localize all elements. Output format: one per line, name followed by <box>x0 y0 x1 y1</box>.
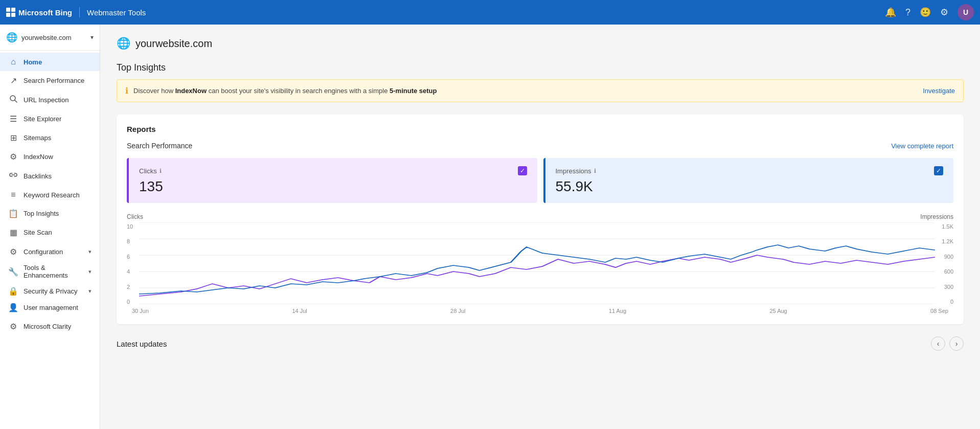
sidebar-item-home-label: Home <box>24 58 42 66</box>
updates-navigation: ‹ › <box>931 336 964 351</box>
configuration-icon: ⚙ <box>8 247 18 257</box>
sidebar-item-home[interactable]: ⌂ Home <box>0 53 100 71</box>
latest-updates-title: Latest updates <box>117 340 167 348</box>
main-content: 🌐 yourwebsite.com Top Insights ℹ Discove… <box>100 25 980 429</box>
check-icon: ✓ <box>520 167 525 174</box>
impressions-legend: Impressions <box>920 213 953 220</box>
sidebar-item-user-management[interactable]: 👤 User management <box>0 298 100 317</box>
sidebar-section-configuration[interactable]: ⚙ Configuration ▾ <box>0 242 100 259</box>
sidebar-item-microsoft-clarity-label: Microsoft Clarity <box>24 323 71 330</box>
reports-title: Reports <box>127 125 156 133</box>
site-selector-label: yourwebsite.com <box>21 34 86 41</box>
sidebar-item-site-scan-label: Site Scan <box>24 229 52 236</box>
impressions-value: 55.9K <box>556 178 944 195</box>
sidebar-item-indexnow[interactable]: ⚙ IndexNow <box>0 147 100 166</box>
sidebar-item-user-management-label: User management <box>24 304 78 311</box>
reports-header: Reports <box>127 125 953 133</box>
sidebar-section-security-label: Security & Privacy <box>24 287 77 295</box>
clicks-label: Clicks ℹ <box>139 167 162 175</box>
impressions-checkbox[interactable]: ✓ <box>934 166 943 175</box>
sidebar-item-search-performance-label: Search Performance <box>24 77 84 84</box>
chart-x-axis: 30 Jun 14 Jul 28 Jul 11 Aug 25 Aug 08 Se… <box>127 308 953 314</box>
tools-icon: 🔧 <box>8 267 18 277</box>
investigate-link[interactable]: Investigate <box>923 87 955 95</box>
home-icon: ⌂ <box>8 57 18 66</box>
security-chevron-icon: ▾ <box>88 288 92 295</box>
security-icon: 🔒 <box>8 286 18 296</box>
impressions-line <box>139 245 935 294</box>
indexnow-icon: ⚙ <box>8 152 18 162</box>
sidebar-item-microsoft-clarity[interactable]: ⚙ Microsoft Clarity <box>0 317 100 336</box>
sidebar-item-url-inspection-label: URL Inspection <box>24 96 69 104</box>
site-globe-icon: 🌐 <box>117 37 130 50</box>
impressions-metric-card: Impressions ℹ ✓ 55.9K <box>543 158 954 203</box>
banner-text: Discover how IndexNow can boost your sit… <box>133 87 918 95</box>
updates-next-button[interactable]: › <box>949 336 964 351</box>
sidebar-section-configuration-label: Configuration <box>24 248 63 256</box>
help-icon[interactable]: ? <box>905 7 910 18</box>
sidebar-item-indexnow-label: IndexNow <box>24 153 53 161</box>
clicks-line <box>139 255 935 296</box>
search-performance-icon: ↗ <box>8 76 18 85</box>
clicks-info-icon[interactable]: ℹ <box>159 168 162 174</box>
sidebar-item-backlinks[interactable]: Backlinks <box>0 166 100 186</box>
search-performance-label: Search Performance <box>127 142 192 150</box>
view-complete-report-link[interactable]: View complete report <box>891 142 953 150</box>
impressions-label: Impressions ℹ <box>556 167 596 175</box>
latest-updates-header: Latest updates ‹ › <box>117 336 964 351</box>
notifications-icon[interactable]: 🔔 <box>885 7 896 18</box>
nav-actions: 🔔 ? 🙂 ⚙ U <box>885 4 974 20</box>
reports-section: Reports Search Performance View complete… <box>117 115 964 324</box>
windows-grid-icon <box>6 8 15 17</box>
app-layout: 🌐 yourwebsite.com ▾ ⌂ Home ↗ Search Perf… <box>0 25 980 429</box>
nav-divider <box>79 7 80 17</box>
sidebar-section-security-privacy[interactable]: 🔒 Security & Privacy ▾ <box>0 281 100 298</box>
tool-name: Webmaster Tools <box>87 8 146 17</box>
sidebar-item-top-insights-label: Top Insights <box>24 210 59 217</box>
page-title: yourwebsite.com <box>135 38 212 50</box>
settings-icon[interactable]: ⚙ <box>940 7 948 18</box>
sidebar-item-sitemaps-label: Sitemaps <box>24 134 51 142</box>
metric-cards: Clicks ℹ ✓ 135 Impressions ℹ <box>127 158 953 203</box>
site-selector[interactable]: 🌐 yourwebsite.com ▾ <box>0 25 100 51</box>
check-icon: ✓ <box>936 167 941 174</box>
performance-chart: Clicks Impressions 10 8 6 4 2 0 <box>127 213 953 314</box>
banner-info-icon: ℹ <box>125 86 128 96</box>
user-management-icon: 👤 <box>8 303 18 312</box>
chart-svg <box>139 222 935 304</box>
globe-icon: 🌐 <box>6 32 17 43</box>
sidebar-item-search-performance[interactable]: ↗ Search Performance <box>0 71 100 90</box>
sidebar-item-backlinks-label: Backlinks <box>24 172 52 180</box>
user-avatar[interactable]: U <box>958 4 974 20</box>
site-header: 🌐 yourwebsite.com <box>117 37 964 50</box>
sidebar-item-top-insights[interactable]: 📋 Top Insights <box>0 204 100 223</box>
chart-y-axis-left: 10 8 6 4 2 0 <box>127 222 133 306</box>
sitemaps-icon: ⊞ <box>8 133 18 143</box>
url-inspection-icon <box>8 95 18 105</box>
sidebar-item-keyword-research[interactable]: ≡ Keyword Research <box>0 186 100 204</box>
impressions-info-icon[interactable]: ℹ <box>594 168 596 174</box>
sidebar-item-keyword-research-label: Keyword Research <box>24 191 80 199</box>
svg-line-1 <box>15 100 17 102</box>
sidebar-item-sitemaps[interactable]: ⊞ Sitemaps <box>0 128 100 147</box>
clicks-legend: Clicks <box>127 213 143 220</box>
microsoft-clarity-icon: ⚙ <box>8 322 18 331</box>
sidebar: 🌐 yourwebsite.com ▾ ⌂ Home ↗ Search Perf… <box>0 25 100 429</box>
sidebar-item-site-scan[interactable]: ▦ Site Scan <box>0 223 100 242</box>
sidebar-item-url-inspection[interactable]: URL Inspection <box>0 90 100 109</box>
chart-svg-wrap <box>139 222 935 306</box>
updates-prev-button[interactable]: ‹ <box>931 336 945 351</box>
app-name: Microsoft Bing <box>18 8 72 17</box>
clicks-checkbox[interactable]: ✓ <box>518 166 527 175</box>
chevron-down-icon: ▾ <box>90 34 94 41</box>
sidebar-item-site-explorer[interactable]: ☰ Site Explorer <box>0 109 100 128</box>
feedback-icon[interactable]: 🙂 <box>920 7 931 18</box>
chart-legend: Clicks Impressions <box>127 213 953 220</box>
chart-body: 10 8 6 4 2 0 <box>127 222 953 306</box>
indexnow-banner: ℹ Discover how IndexNow can boost your s… <box>117 79 964 102</box>
backlinks-icon <box>8 171 18 181</box>
clicks-metric-card: Clicks ℹ ✓ 135 <box>127 158 537 203</box>
app-logo[interactable]: Microsoft Bing <box>6 8 72 17</box>
sidebar-section-tools-enhancements[interactable]: 🔧 Tools & Enhancements ▾ <box>0 259 100 281</box>
clicks-card-header: Clicks ℹ ✓ <box>139 166 527 175</box>
